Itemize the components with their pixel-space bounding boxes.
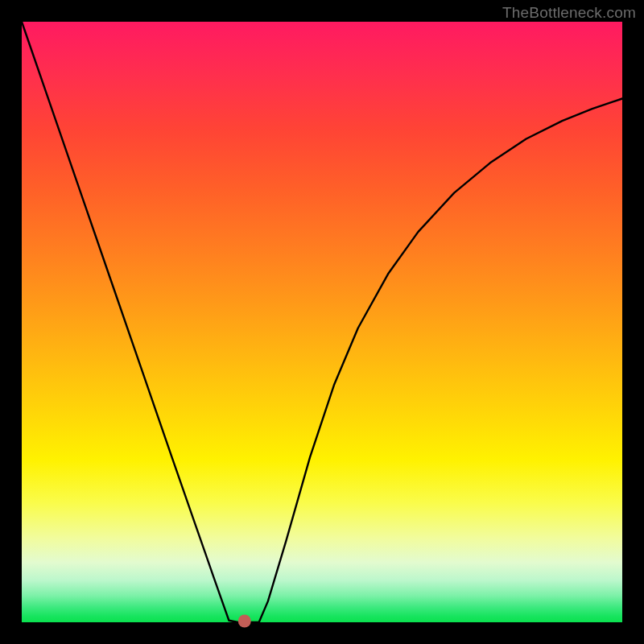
curve-layer (22, 22, 622, 622)
bottleneck-curve (22, 22, 622, 622)
plot-area (22, 22, 622, 622)
watermark-text: TheBottleneck.com (502, 4, 636, 22)
chart-frame: TheBottleneck.com (0, 0, 644, 644)
optimal-point-marker (238, 615, 251, 628)
